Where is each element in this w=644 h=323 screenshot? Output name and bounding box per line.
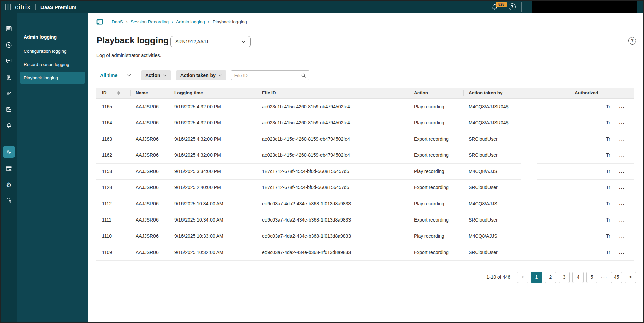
cell-file-id: ed9c03a7-4da2-434e-b368-1f013d8a9833 xyxy=(257,196,409,212)
file-id-search xyxy=(231,70,309,80)
sidebar-item-record-reason-logging[interactable]: Record reason logging xyxy=(17,59,88,70)
cell-action-taken-by: M4CQ8/AJJS xyxy=(463,228,569,244)
cell-authorized: True xyxy=(569,163,610,179)
row-menu-button[interactable]: ●●● xyxy=(619,123,625,125)
pagination-page-45[interactable]: 45 xyxy=(611,272,622,283)
cell-action: Play recording xyxy=(409,196,463,212)
table-row[interactable]: 1162 AAJJSR06 9/16/2025 4:32:00 PM ac023… xyxy=(96,147,634,163)
cell-id: 1111 xyxy=(96,212,130,228)
pagination-prev-button[interactable]: < xyxy=(517,272,528,283)
cell-action: Play recording xyxy=(409,98,463,115)
action-filter-button[interactable]: Action xyxy=(141,70,171,80)
file-id-search-input[interactable] xyxy=(234,73,301,78)
table-header-row: ID Name Logging time File ID Action Acti… xyxy=(96,88,634,98)
pagination-page-4[interactable]: 4 xyxy=(572,272,584,283)
breadcrumb-session-recording[interactable]: Session Recording xyxy=(131,19,169,24)
server-select-dropdown[interactable]: SRN1912,AAJJ... xyxy=(170,36,251,47)
cell-authorized: True xyxy=(569,98,610,115)
row-menu-button[interactable]: ●●● xyxy=(619,187,625,189)
cell-id: 1153 xyxy=(96,163,130,179)
table-row[interactable]: 1110 AAJJSR06 9/16/2025 10:33:00 AM ed9c… xyxy=(96,228,634,244)
breadcrumb-separator: › xyxy=(172,20,173,24)
column-header-logging-time[interactable]: Logging time xyxy=(169,88,257,98)
bell-icon[interactable] xyxy=(1,119,17,131)
window-alert-icon[interactable] xyxy=(1,162,17,174)
chat-icon[interactable] xyxy=(1,55,17,67)
help-icon[interactable]: ? xyxy=(509,3,516,10)
monitor-dashboard-icon[interactable] xyxy=(1,23,17,35)
gear-icon[interactable]: ⚙ xyxy=(1,179,17,191)
library-icon[interactable] xyxy=(1,195,17,207)
cell-name: AAJJSR06 xyxy=(130,179,169,196)
breadcrumb-daas[interactable]: DaaS xyxy=(112,19,123,24)
chevron-down-icon xyxy=(218,74,222,77)
column-header-id[interactable]: ID xyxy=(96,88,130,98)
row-menu-button[interactable]: ●●● xyxy=(619,171,625,173)
user-activity-icon[interactable] xyxy=(1,88,17,100)
script-log-icon[interactable] xyxy=(1,71,17,83)
page-help-icon[interactable]: ? xyxy=(628,37,636,45)
time-range-filter[interactable]: All time xyxy=(100,72,131,78)
cell-file-id: ed9c03a7-4da2-434e-b368-1f013d8a9833 xyxy=(257,228,409,244)
cell-action: Play recording xyxy=(409,115,463,131)
row-menu-button[interactable]: ●●● xyxy=(619,204,625,206)
table-row[interactable]: 1128 AAJJSR06 9/16/2025 2:40:00 PM 187c1… xyxy=(96,179,634,196)
cell-name: AAJJSR06 xyxy=(130,147,169,163)
sidebar-item-configuration-logging[interactable]: Configuration logging xyxy=(17,46,88,57)
cell-file-id: ed9c03a7-4da2-434e-b368-1f013d8a9833 xyxy=(257,212,409,228)
row-menu-button[interactable]: ●●● xyxy=(619,236,625,238)
sidebar-section-header: Admin logging xyxy=(24,34,57,40)
clipboard-clock-icon[interactable] xyxy=(1,103,17,115)
cell-logging-time: 9/16/2025 4:32:00 PM xyxy=(169,98,257,115)
column-header-name[interactable]: Name xyxy=(130,88,169,98)
row-menu-button[interactable]: ●●● xyxy=(619,107,625,109)
collapse-sidebar-icon[interactable]: » xyxy=(5,321,8,323)
table-row[interactable]: 1165 AAJJSR06 9/16/2025 4:32:00 PM ac023… xyxy=(96,98,634,115)
sidebar-item-playback-logging[interactable]: Playback logging xyxy=(20,72,85,84)
topbar-divider-right xyxy=(521,2,522,12)
search-icon[interactable] xyxy=(301,73,306,78)
time-range-value: All time xyxy=(100,72,117,78)
table-row[interactable]: 1163 AAJJSR06 9/16/2025 4:32:00 PM ac023… xyxy=(96,131,634,147)
cell-id: 1165 xyxy=(96,98,130,115)
pagination-page-1[interactable]: 1 xyxy=(531,272,542,283)
table-row[interactable]: 1164 AAJJSR06 9/16/2025 4:32:00 PM ac023… xyxy=(96,115,634,131)
cell-logging-time: 9/16/2025 4:32:00 PM xyxy=(169,115,257,131)
pagination-next-button[interactable]: > xyxy=(625,272,636,283)
cell-name: AAJJSR06 xyxy=(130,196,169,212)
citrix-logo: citrix xyxy=(15,3,31,11)
table-render-artifact xyxy=(521,154,537,260)
table-row[interactable]: 1109 AAJJSR06 9/16/2025 10:32:00 AM ed9c… xyxy=(96,244,634,260)
redacted-account-info xyxy=(532,1,637,13)
notification-count-badge[interactable]: 528 xyxy=(496,2,507,7)
cell-id: 1112 xyxy=(96,196,130,212)
product-name: DaaS Premium xyxy=(40,4,76,10)
table-row[interactable]: 1111 AAJJSR06 9/16/2025 10:34:00 AM ed9c… xyxy=(96,212,634,228)
table-body: 1165 AAJJSR06 9/16/2025 4:32:00 PM ac023… xyxy=(96,98,634,260)
cell-logging-time: 9/16/2025 10:34:00 AM xyxy=(169,196,257,212)
pagination-page-3[interactable]: 3 xyxy=(559,272,570,283)
pagination-page-5[interactable]: 5 xyxy=(586,272,597,283)
admin-logging-icon[interactable] xyxy=(1,146,17,158)
action-taken-by-filter-button[interactable]: Action taken by xyxy=(176,70,226,80)
cell-authorized: True xyxy=(569,228,610,244)
row-menu-button[interactable]: ●●● xyxy=(619,155,625,157)
row-menu-button[interactable]: ●●● xyxy=(619,252,625,254)
column-header-action-taken-by[interactable]: Action taken by xyxy=(463,88,569,98)
app-grid-icon[interactable] xyxy=(5,4,11,10)
row-menu-button[interactable]: ●●● xyxy=(619,220,625,222)
breadcrumb-admin-logging[interactable]: Admin logging xyxy=(176,19,205,24)
column-header-authorized[interactable]: Authorized xyxy=(569,88,610,98)
panel-toggle-icon[interactable] xyxy=(96,19,103,25)
cell-name: AAJJSR06 xyxy=(130,228,169,244)
play-circle-icon[interactable] xyxy=(1,39,17,51)
table-row[interactable]: 1153 AAJJSR06 9/16/2025 3:34:00 PM 187c1… xyxy=(96,163,634,179)
sort-icon[interactable] xyxy=(117,91,120,95)
column-header-action[interactable]: Action xyxy=(409,88,463,98)
app-window: citrix DaaS Premium 528 ? xyxy=(0,0,644,323)
row-menu-button[interactable]: ●●● xyxy=(619,139,625,141)
column-header-file-id[interactable]: File ID xyxy=(257,88,409,98)
table-row[interactable]: 1112 AAJJSR06 9/16/2025 10:34:00 AM ed9c… xyxy=(96,196,634,212)
cell-file-id: ac023c1b-415c-4260-8159-cb4794502fe4 xyxy=(257,147,409,163)
pagination-page-2[interactable]: 2 xyxy=(545,272,556,283)
